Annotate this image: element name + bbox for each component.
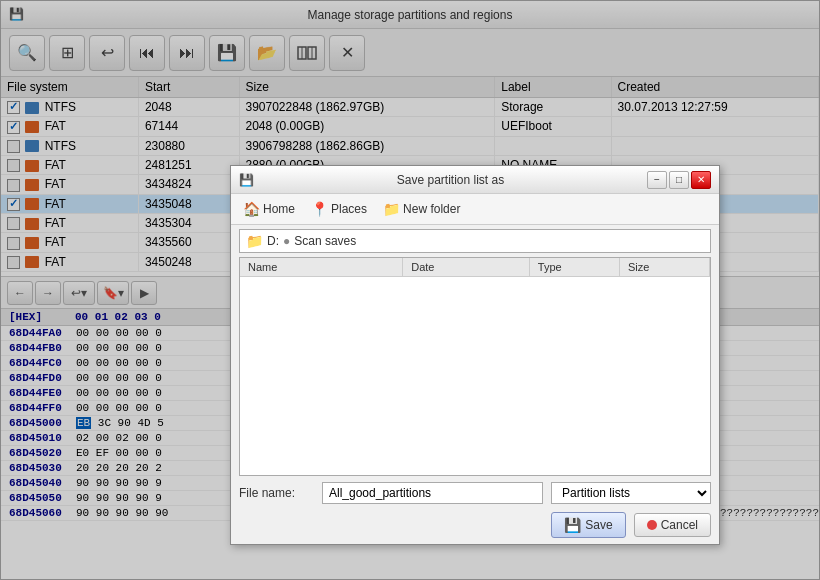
filename-label: File name: [239, 486, 314, 500]
cancel-dot-icon [647, 520, 657, 530]
dialog-title-bar: 💾 Save partition list as − □ ✕ [231, 166, 719, 194]
path-drive: D: [267, 234, 279, 248]
home-label: Home [263, 202, 295, 216]
dialog-places-button[interactable]: 📍 Places [307, 199, 371, 219]
path-folder: Scan saves [294, 234, 356, 248]
filename-input[interactable] [322, 482, 543, 504]
save-dialog: 💾 Save partition list as − □ ✕ 🏠 Home 📍 … [230, 165, 720, 545]
cancel-label: Cancel [661, 518, 698, 532]
dialog-new-folder-button[interactable]: 📁 New folder [379, 199, 464, 219]
filename-row: File name: Partition lists All files [239, 482, 711, 504]
dialog-close-button[interactable]: ✕ [691, 171, 711, 189]
path-bar: 📁 D: ● Scan saves [239, 229, 711, 253]
file-list-header: Name Date Type Size [240, 258, 710, 277]
places-label: Places [331, 202, 367, 216]
dialog-controls: − □ ✕ [647, 171, 711, 189]
col-type[interactable]: Type [530, 258, 620, 276]
new-folder-label: New folder [403, 202, 460, 216]
modal-overlay: 💾 Save partition list as − □ ✕ 🏠 Home 📍 … [0, 0, 820, 580]
dialog-action-row: 💾 Save Cancel [239, 512, 711, 538]
col-size-fl[interactable]: Size [620, 258, 710, 276]
col-name[interactable]: Name [240, 258, 403, 276]
file-list-body [240, 277, 710, 397]
filetype-select[interactable]: Partition lists All files [551, 482, 711, 504]
dialog-minimize-button[interactable]: − [647, 171, 667, 189]
new-folder-icon: 📁 [383, 201, 400, 217]
places-icon: 📍 [311, 201, 328, 217]
dialog-title: Save partition list as [254, 173, 647, 187]
save-label: Save [585, 518, 612, 532]
dialog-maximize-button[interactable]: □ [669, 171, 689, 189]
dialog-icon: 💾 [239, 173, 254, 187]
file-list[interactable]: Name Date Type Size [239, 257, 711, 476]
dialog-cancel-button[interactable]: Cancel [634, 513, 711, 537]
dialog-home-button[interactable]: 🏠 Home [239, 199, 299, 219]
dialog-save-button[interactable]: 💾 Save [551, 512, 625, 538]
save-disk-icon: 💾 [564, 517, 581, 533]
dialog-bottom: File name: Partition lists All files 💾 S… [231, 476, 719, 544]
col-date[interactable]: Date [403, 258, 530, 276]
home-icon: 🏠 [243, 201, 260, 217]
path-separator: ● [283, 234, 290, 248]
path-folder-icon: 📁 [246, 233, 263, 249]
dialog-toolbar: 🏠 Home 📍 Places 📁 New folder [231, 194, 719, 225]
